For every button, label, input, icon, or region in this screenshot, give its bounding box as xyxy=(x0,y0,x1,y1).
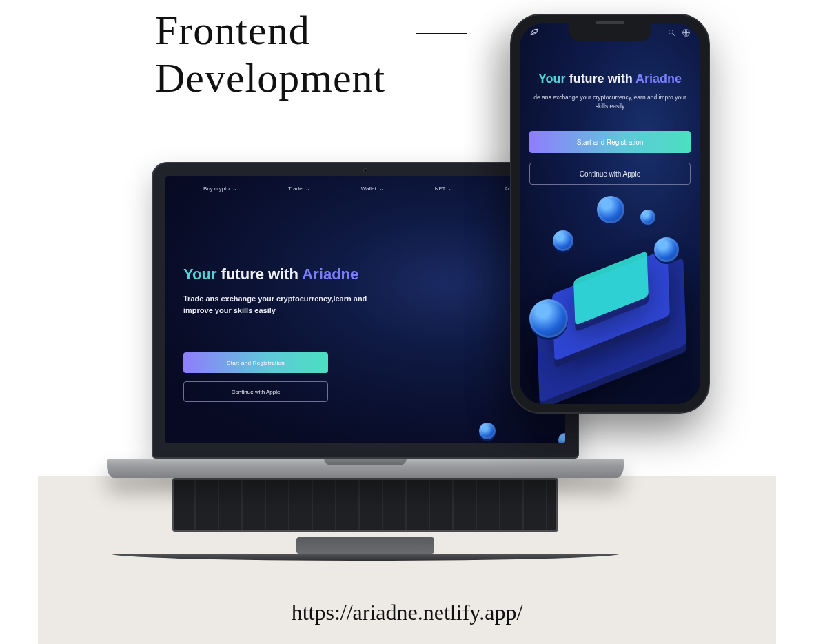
continue-with-apple-button[interactable]: Continue with Apple xyxy=(183,381,328,402)
globe-icon[interactable] xyxy=(682,28,691,39)
page-title-line1: Frontend xyxy=(155,7,385,54)
coin-icon xyxy=(558,433,565,443)
hero-buttons: Start and Registration Continue with App… xyxy=(183,352,328,402)
project-url: https://ariadne.netlify.app/ xyxy=(0,600,814,625)
nav-item-wallet[interactable]: Wallet ⌄ xyxy=(361,185,384,192)
hero-title: Your future with Ariadne xyxy=(527,72,693,86)
coin-icon xyxy=(529,299,568,338)
continue-with-apple-button[interactable]: Continue with Apple xyxy=(529,163,691,185)
hero-word-future: future xyxy=(221,265,264,283)
chevron-down-icon: ⌄ xyxy=(232,185,237,192)
hero-word-with: with xyxy=(608,72,633,85)
laptop-deck xyxy=(107,459,624,478)
app-navbar: Buy crypto ⌄ Trade ⌄ Wallet ⌄ NFT ⌄ Acad… xyxy=(165,185,565,192)
hero-word-future: future xyxy=(569,72,604,85)
hero-section: Your future with Ariadne Trade ans excha… xyxy=(183,265,427,316)
laptop-screen: Buy crypto ⌄ Trade ⌄ Wallet ⌄ NFT ⌄ Acad… xyxy=(165,176,565,443)
hero-subtitle: de ans exchange your cryptocurrency,lear… xyxy=(527,93,693,111)
nav-label: Trade xyxy=(288,185,303,192)
nav-item-trade[interactable]: Trade ⌄ xyxy=(288,185,310,192)
nav-item-nft[interactable]: NFT ⌄ xyxy=(435,185,454,192)
laptop-keyboard xyxy=(172,478,558,532)
coin-icon xyxy=(479,423,496,439)
hero-word-with: with xyxy=(268,265,298,283)
laptop-hinge-notch xyxy=(324,459,407,465)
chevron-down-icon: ⌄ xyxy=(448,185,453,192)
phone-screen: Your future with Ariadne de ans exchange… xyxy=(520,23,700,404)
search-icon[interactable] xyxy=(667,28,676,39)
chevron-down-icon: ⌄ xyxy=(379,185,384,192)
coin-icon xyxy=(597,196,624,223)
page-title: Frontend Development xyxy=(155,7,385,102)
leaf-icon xyxy=(529,28,539,39)
coin-icon xyxy=(553,230,573,251)
laptop-trackpad xyxy=(296,537,434,554)
nav-label: NFT xyxy=(435,185,446,192)
nav-item-buy-crypto[interactable]: Buy crypto ⌄ xyxy=(203,185,237,192)
page-title-line2: Development xyxy=(155,54,385,102)
chevron-down-icon: ⌄ xyxy=(305,185,310,192)
platform-shape xyxy=(484,441,565,443)
svg-point-0 xyxy=(669,30,673,34)
hero-illustration xyxy=(520,196,700,404)
phone-notch xyxy=(569,23,651,41)
coin-icon xyxy=(654,237,679,262)
laptop-foot xyxy=(110,554,620,561)
start-registration-button[interactable]: Start and Registration xyxy=(183,352,328,373)
hero-buttons: Start and Registration Continue with App… xyxy=(529,131,691,185)
nav-label: Buy crypto xyxy=(203,185,230,192)
camera-icon xyxy=(363,168,367,172)
hero-title: Your future with Ariadne xyxy=(183,265,427,283)
phone-mockup: Your future with Ariadne de ans exchange… xyxy=(510,14,710,414)
nav-label: Wallet xyxy=(361,185,376,192)
coin-icon xyxy=(640,210,655,225)
title-dash-decor xyxy=(416,33,467,34)
start-registration-button[interactable]: Start and Registration xyxy=(529,131,691,153)
hero-subtitle: Trade ans exchange your cryptocurrency,l… xyxy=(183,293,376,316)
hero-section: Your future with Ariadne de ans exchange… xyxy=(520,72,700,111)
hero-word-brand: Ariadne xyxy=(635,72,682,85)
hero-word-brand: Ariadne xyxy=(302,265,358,283)
phone-speaker xyxy=(596,21,624,24)
hero-word-your: Your xyxy=(183,265,216,283)
hero-word-your: Your xyxy=(538,72,566,85)
